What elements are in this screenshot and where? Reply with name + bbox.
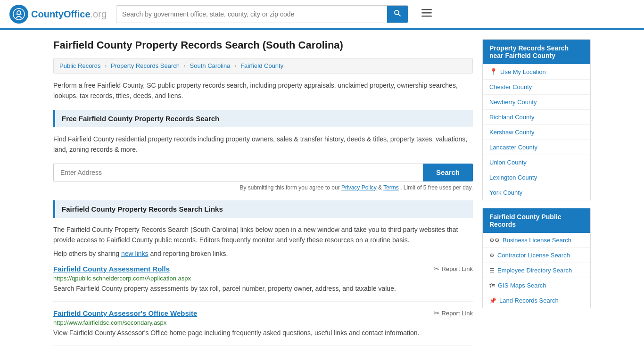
svg-rect-7 xyxy=(421,16,432,17)
form-disclaimer: By submitting this form you agree to our… xyxy=(53,184,473,191)
sidebar-item-business-license[interactable]: ⚙⚙ Business License Search xyxy=(483,233,590,248)
hamburger-menu-button[interactable] xyxy=(418,6,436,22)
search-input-row: Search xyxy=(53,164,473,181)
breadcrumb: Public Records › Property Records Search… xyxy=(53,58,473,74)
global-search-bar xyxy=(116,5,408,23)
pin-icon: 📍 xyxy=(489,68,497,75)
svg-rect-5 xyxy=(421,9,432,10)
nearby-counties-section: Property Records Search near Fairfield C… xyxy=(482,39,591,200)
record-desc-assessor-office: View Fairfield County Assessor's Office … xyxy=(53,328,473,338)
record-title-assessor-office[interactable]: Fairfield County Assessor's Office Websi… xyxy=(53,309,197,317)
sidebar-item-gis-maps[interactable]: 🗺 GIS Maps Search xyxy=(483,278,590,293)
site-header: CountyOffice.org xyxy=(0,0,644,30)
search-submit-button[interactable]: Search xyxy=(423,164,473,181)
links-description: The Fairfield County Property Records Se… xyxy=(53,224,473,246)
record-url-assessment-rolls: https://qpublic.schneidercorp.com/Applic… xyxy=(53,275,473,282)
links-section-header: Fairfield County Property Records Search… xyxy=(53,200,473,218)
sidebar-item-union-county[interactable]: Union County xyxy=(483,155,590,170)
site-logo[interactable]: CountyOffice.org xyxy=(9,5,107,24)
sidebar-item-york-county[interactable]: York County xyxy=(483,185,590,200)
svg-point-3 xyxy=(395,10,399,15)
page-title: Fairfield County Property Records Search… xyxy=(53,39,473,51)
logo-text: CountyOffice.org xyxy=(31,9,107,20)
sidebar-item-land-records[interactable]: 📌 Land Records Search xyxy=(483,293,590,308)
sidebar-item-lexington-county[interactable]: Lexington County xyxy=(483,170,590,185)
public-records-section: Fairfield County Public Records ⚙⚙ Busin… xyxy=(482,208,591,308)
report-link-assessment-rolls[interactable]: ✂ Report Link xyxy=(434,265,473,272)
sidebar-item-kershaw-county[interactable]: Kershaw County xyxy=(483,125,590,140)
use-my-location-item[interactable]: 📍 Use My Location xyxy=(483,64,590,80)
public-records-header: Fairfield County Public Records xyxy=(483,208,590,233)
land-icon: 📌 xyxy=(489,297,496,304)
links-section: Fairfield County Property Records Search… xyxy=(53,200,473,346)
logo-icon xyxy=(9,5,28,24)
svg-rect-6 xyxy=(421,12,432,14)
address-input[interactable] xyxy=(53,164,423,181)
record-desc-assessment-rolls: Search Fairfield County property assessm… xyxy=(53,284,473,294)
record-url-assessor-office: http://www.fairfieldsc.com/secondary.asp… xyxy=(53,319,473,326)
sidebar-item-richland-county[interactable]: Richland County xyxy=(483,110,590,125)
global-search-button[interactable] xyxy=(387,6,408,23)
main-container: Fairfield County Property Records Search… xyxy=(44,30,600,362)
record-item-assessment-rolls: Fairfield County Assessment Rolls ✂ Repo… xyxy=(53,265,473,302)
help-text: Help others by sharing new links and rep… xyxy=(53,250,473,257)
record-item-assessor-office: Fairfield County Assessor's Office Websi… xyxy=(53,309,473,346)
breadcrumb-public-records[interactable]: Public Records xyxy=(59,62,100,69)
report-icon: ✂ xyxy=(434,265,439,272)
page-description: Perform a free Fairfield County, SC publ… xyxy=(53,80,473,101)
address-search-form: Search By submitting this form you agree… xyxy=(53,164,473,191)
directory-icon: ☰ xyxy=(489,267,495,274)
gear-icon-1: ⚙⚙ xyxy=(489,237,500,244)
free-search-section-header: Free Fairfield County Property Records S… xyxy=(53,110,473,127)
breadcrumb-fairfield-county[interactable]: Fairfield County xyxy=(240,62,283,69)
sidebar-item-newberry-county[interactable]: Newberry County xyxy=(483,95,590,110)
nearby-counties-header: Property Records Search near Fairfield C… xyxy=(483,40,590,64)
sidebar-item-contractor-license[interactable]: ⚙ Contractor License Search xyxy=(483,248,590,263)
new-links-link[interactable]: new links xyxy=(121,250,149,257)
breadcrumb-property-records-search[interactable]: Property Records Search xyxy=(111,62,180,69)
terms-link[interactable]: Terms xyxy=(383,184,399,191)
report-link-assessor-office[interactable]: ✂ Report Link xyxy=(434,309,473,317)
record-title-assessment-rolls[interactable]: Fairfield County Assessment Rolls xyxy=(53,265,170,273)
sidebar: Property Records Search near Fairfield C… xyxy=(482,39,591,354)
main-content: Fairfield County Property Records Search… xyxy=(53,39,473,354)
global-search-input[interactable] xyxy=(116,6,387,23)
sidebar-item-chester-county[interactable]: Chester County xyxy=(483,80,590,95)
gear-icon-2: ⚙ xyxy=(489,252,495,259)
report-icon-2: ✂ xyxy=(434,309,439,317)
privacy-policy-link[interactable]: Privacy Policy xyxy=(341,184,377,191)
map-icon: 🗺 xyxy=(489,282,495,289)
breadcrumb-south-carolina[interactable]: South Carolina xyxy=(190,62,231,69)
sidebar-item-employee-directory[interactable]: ☰ Employee Directory Search xyxy=(483,263,590,278)
free-search-description: Find Fairfield County residential proper… xyxy=(53,134,473,155)
svg-line-4 xyxy=(398,14,401,16)
sidebar-item-lancaster-county[interactable]: Lancaster County xyxy=(483,140,590,155)
